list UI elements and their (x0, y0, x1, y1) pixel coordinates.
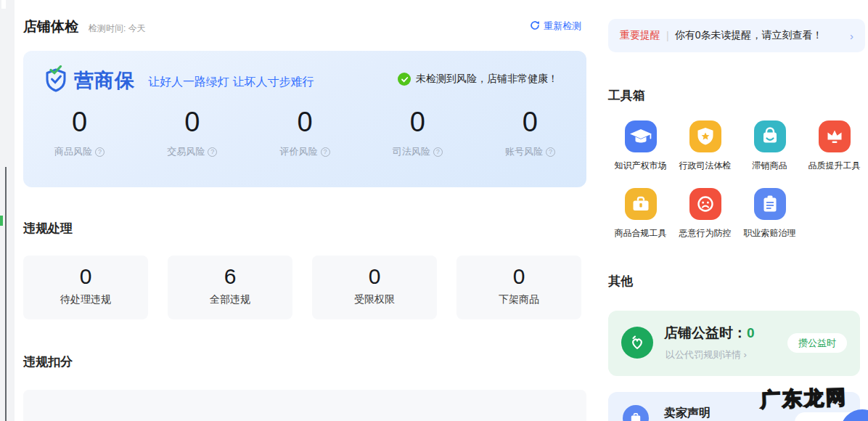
tool-label: 知识产权市场 (615, 160, 667, 172)
card-label: 全部违规 (168, 293, 292, 306)
check-circle-icon (398, 73, 411, 86)
other-heading: 其他 (608, 273, 633, 290)
shield-star-icon (689, 120, 721, 152)
sad-face-icon (689, 188, 721, 220)
toolbox-grid: 知识产权市场 行政司法体检 滞销商品 (608, 120, 868, 240)
risk-stats-row: 0 商品风险? 0 交易风险? 0 评价风险? 0 司法风险? 0 账号风险? (23, 106, 586, 158)
tool-product-compliance[interactable]: 商品合规工具 (608, 188, 673, 240)
tool-label: 行政司法体检 (679, 160, 732, 172)
deduction-card (23, 390, 586, 421)
brand-name: 营商保 (74, 68, 135, 94)
recheck-label: 重新检测 (544, 20, 581, 33)
card-all-violations[interactable]: 6 全部违规 (168, 256, 292, 319)
health-status: 未检测到风险，店铺非常健康！ (398, 73, 558, 86)
help-icon[interactable]: ? (95, 147, 105, 157)
card-delisted-items[interactable]: 0 下架商品 (456, 256, 581, 319)
briefcase-icon (625, 188, 657, 220)
stat-value: 0 (474, 106, 586, 138)
stat-value: 0 (361, 106, 474, 138)
shopping-bag-icon (754, 120, 786, 152)
tool-label: 商品合规工具 (615, 227, 667, 240)
stat-value: 0 (136, 106, 248, 138)
stat-value: 0 (248, 106, 361, 138)
scrollbar-line[interactable] (5, 167, 7, 421)
stat-review-risk[interactable]: 0 评价风险? (248, 106, 361, 158)
watermark: 广东龙网 (760, 384, 848, 413)
stat-trade-risk[interactable]: 0 交易风险? (136, 106, 248, 158)
tool-professional-claims[interactable]: 职业索赔治理 (737, 188, 802, 240)
stat-label: 商品风险 (54, 145, 92, 158)
card-value: 0 (312, 264, 437, 289)
store-health-page: 店铺体检 检测时间: 今天 重新检测 营商保 让好人一路绿灯 让坏人寸步难行 未… (0, 0, 868, 421)
stat-judicial-risk[interactable]: 0 司法风险? (361, 106, 474, 158)
card-label: 待处理违规 (23, 293, 148, 306)
page-title: 店铺体检 (23, 17, 78, 36)
earn-welfare-button[interactable]: 攒公益时 (787, 333, 847, 353)
chevron-right-icon: › (850, 30, 853, 42)
help-icon[interactable]: ? (546, 147, 555, 157)
toolbox-heading: 工具箱 (608, 87, 645, 104)
important-alert-banner[interactable]: 重要提醒 | 你有0条未读提醒，请立刻查看！ › (608, 19, 865, 52)
tool-slow-moving-items[interactable]: 滞销商品 (737, 120, 802, 172)
refresh-icon (530, 20, 540, 33)
briefcase-circle-icon (623, 405, 649, 421)
health-status-text: 未检测到风险，店铺非常健康！ (416, 73, 558, 86)
help-icon[interactable]: ? (321, 147, 330, 157)
tool-label: 职业索赔治理 (744, 227, 796, 240)
alert-text: 你有0条未读提醒，请立刻查看！ (675, 29, 823, 42)
stat-label: 账号风险 (505, 145, 543, 158)
welfare-title-text: 店铺公益时： (664, 325, 747, 340)
check-time-label: 检测时间: 今天 (89, 23, 146, 35)
recheck-button[interactable]: 重新检测 (530, 20, 581, 33)
violations-heading: 违规处理 (23, 220, 73, 237)
page-left-gutter (0, 0, 15, 421)
gutter-notch (1, 0, 6, 9)
edge-green-tag (0, 216, 3, 226)
health-banner: 营商保 让好人一路绿灯 让坏人寸步难行 未检测到风险，店铺非常健康！ 0 商品风… (23, 51, 586, 187)
stat-product-risk[interactable]: 0 商品风险? (23, 106, 136, 158)
tool-ip-market[interactable]: 知识产权市场 (608, 120, 673, 172)
stat-label: 评价风险 (280, 145, 318, 158)
stat-value: 0 (23, 106, 136, 138)
card-value: 0 (456, 264, 581, 289)
card-label: 下架商品 (456, 293, 581, 306)
stat-label: 交易风险 (167, 145, 205, 158)
welfare-rules-link[interactable]: 以公代罚规则详情 › (666, 348, 747, 361)
deduction-heading: 违规扣分 (23, 353, 73, 370)
seller-declaration-title: 卖家声明 (664, 406, 711, 421)
card-label: 受限权限 (312, 293, 437, 306)
shield-check-logo-icon (42, 65, 70, 96)
brand-row: 营商保 让好人一路绿灯 让坏人寸步难行 (42, 65, 314, 96)
card-value: 6 (168, 264, 292, 289)
card-pending-violations[interactable]: 0 待处理违规 (23, 256, 148, 319)
tool-malicious-behavior-control[interactable]: 恶意行为防控 (673, 188, 737, 240)
tool-label: 品质提升工具 (808, 160, 861, 172)
heart-hand-icon (621, 327, 653, 359)
help-icon[interactable]: ? (208, 147, 217, 157)
tool-label: 滞销商品 (753, 160, 787, 172)
card-restricted-permissions[interactable]: 0 受限权限 (312, 256, 437, 319)
welfare-title: 店铺公益时：0 (664, 324, 755, 343)
card-value: 0 (23, 264, 148, 289)
tool-quality-improvement[interactable]: 品质提升工具 (802, 120, 867, 172)
stat-account-risk[interactable]: 0 账号风险? (474, 106, 586, 158)
alert-tag: 重要提醒 (620, 29, 660, 42)
tool-label: 恶意行为防控 (679, 227, 732, 240)
welfare-value: 0 (747, 325, 755, 340)
graduation-cap-icon (625, 120, 657, 152)
stat-label: 司法风险 (393, 145, 430, 158)
alert-divider: | (666, 30, 669, 41)
crown-icon (819, 120, 851, 152)
tool-admin-judicial-check[interactable]: 行政司法体检 (673, 120, 737, 172)
brand-slogan: 让好人一路绿灯 让坏人寸步难行 (148, 75, 314, 90)
clipboard-icon (754, 188, 786, 220)
welfare-card: 店铺公益时：0 以公代罚规则详情 › 攒公益时 (608, 311, 860, 376)
help-icon[interactable]: ? (433, 147, 443, 157)
